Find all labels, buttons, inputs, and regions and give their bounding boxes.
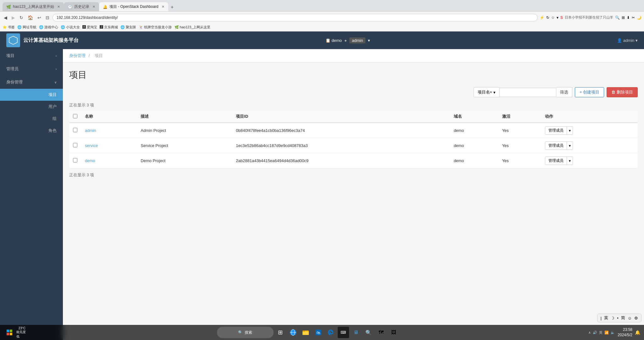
address-bar-input[interactable]: [53, 14, 538, 21]
rdp-icon[interactable]: 🖥: [350, 327, 362, 338]
bookmark-hao123[interactable]: 🌿 hao123_上网从这里: [175, 25, 211, 30]
sidebar-item-identity[interactable]: 身份管理 ∨: [0, 76, 63, 89]
search-bar[interactable]: 🔍 搜索: [217, 327, 274, 338]
bookmark-game[interactable]: 🌐 游戏中心: [39, 25, 58, 30]
admin-dropdown[interactable]: admin: [349, 37, 365, 43]
search-icon[interactable]: 🔍: [615, 15, 620, 20]
speaker-icon[interactable]: 🔊: [593, 331, 597, 335]
photo-icon[interactable]: 🖼: [388, 327, 399, 338]
row-action-cell[interactable]: 管理成员 ▾: [541, 138, 638, 153]
scissors-icon[interactable]: ✂: [632, 15, 635, 20]
extension-icon[interactable]: ⊞: [622, 15, 625, 20]
project-name-link[interactable]: demo: [85, 158, 95, 163]
project-name-link[interactable]: admin: [85, 128, 96, 133]
action-dropdown-button[interactable]: ▾: [567, 156, 573, 165]
ime-lang[interactable]: 英: [604, 315, 608, 321]
tab-hao123[interactable]: 🌿 hao123_上网从这里开始 ✕: [3, 2, 64, 11]
svg-rect-3: [10, 330, 12, 332]
volume-icon[interactable]: 🔈: [611, 331, 615, 335]
tab-history[interactable]: 🕐 历史记录 ✕: [64, 2, 99, 11]
col-header-active: 激活: [498, 110, 541, 123]
sogou-icon[interactable]: S: [560, 15, 563, 20]
sidebar-sub-item-groups[interactable]: 组: [0, 113, 63, 125]
ime-tray[interactable]: 英: [599, 330, 602, 335]
lightning-icon[interactable]: ⚡: [540, 15, 544, 20]
svg-marker-1: [11, 38, 15, 43]
sidebar-sub-item-roles[interactable]: 角色: [0, 125, 63, 137]
forward-button[interactable]: ▶: [10, 14, 16, 21]
bookmark-jd[interactable]: 🅹 京东商城: [100, 25, 118, 30]
sidebar-sub-item-projects[interactable]: 项目: [0, 89, 63, 101]
bookmark-taobao[interactable]: 🅰 爱淘宝: [82, 25, 97, 30]
edge-icon[interactable]: [325, 327, 336, 338]
action-dropdown-button[interactable]: ▾: [567, 141, 573, 150]
task-view-button[interactable]: ⊞: [275, 327, 286, 338]
tab-close-btn[interactable]: ✕: [162, 5, 164, 9]
tab-openstack[interactable]: 🔔 项目 - OpenStack Dashboard ✕: [99, 2, 168, 11]
breadcrumb-parent[interactable]: 身份管理: [69, 53, 86, 58]
file-explorer-icon[interactable]: [300, 327, 311, 338]
browser-taskbar-icon[interactable]: [287, 327, 299, 338]
back-history-button[interactable]: ↩: [36, 14, 42, 21]
ime-emoji[interactable]: ☺: [628, 316, 632, 320]
sogou-taskbar-icon[interactable]: 🔍: [363, 327, 374, 338]
tab-close-btn[interactable]: ✕: [57, 5, 60, 9]
sidebar-item-project[interactable]: 项目 ›: [0, 49, 63, 62]
download-icon[interactable]: ⬇: [627, 15, 630, 20]
terminal-icon[interactable]: ⌨: [338, 327, 349, 338]
demo-badge[interactable]: 📋 demo: [325, 38, 342, 43]
user-dropdown-arrow[interactable]: ▾: [636, 38, 638, 43]
back-button[interactable]: ◀: [3, 14, 8, 21]
manage-members-button[interactable]: 管理成员: [545, 141, 567, 150]
search-input[interactable]: [500, 88, 556, 97]
row-checkbox[interactable]: [73, 158, 77, 162]
sidebar-sub-item-users[interactable]: 用户: [0, 101, 63, 113]
home-button[interactable]: 🏠: [26, 14, 34, 21]
manage-members-button[interactable]: 管理成员: [545, 126, 567, 135]
bookmark-juhua[interactable]: 🌐 聚划算: [120, 25, 136, 30]
row-checkbox[interactable]: [73, 128, 77, 132]
refresh-icon[interactable]: ↻: [546, 15, 549, 20]
row-checkbox-cell[interactable]: [69, 153, 81, 168]
delete-project-button[interactable]: 🗑 删除项目: [607, 87, 638, 97]
dropdown-arrow[interactable]: ▾: [368, 38, 370, 43]
user-menu[interactable]: 👤 admin ▾: [617, 38, 638, 43]
theme-icon[interactable]: 🌙: [637, 15, 641, 20]
create-project-button[interactable]: + 创建项目: [575, 87, 604, 97]
select-all-header[interactable]: [69, 110, 81, 123]
row-checkbox-cell[interactable]: [69, 138, 81, 153]
date-label: 2024/5/2: [618, 332, 632, 338]
bookmark-item[interactable]: ⭐ 书签: [3, 25, 15, 30]
bookmark-netwww[interactable]: 🌐 网址导航: [17, 25, 36, 30]
row-checkbox[interactable]: [73, 143, 77, 147]
select-all-checkbox[interactable]: [73, 114, 77, 118]
ime-settings[interactable]: ⚙: [634, 316, 638, 320]
reload-button[interactable]: ↻: [18, 14, 25, 21]
clock[interactable]: 23:58 2024/5/2: [618, 327, 632, 338]
project-name-link[interactable]: service: [85, 143, 98, 148]
ime-simplified[interactable]: 简: [621, 315, 625, 321]
star-icon[interactable]: ☆: [551, 15, 555, 20]
sidebar-item-admin[interactable]: 管理员 ›: [0, 62, 63, 76]
row-action-cell[interactable]: 管理成员 ▾: [541, 123, 638, 138]
new-tab-button[interactable]: +: [168, 3, 176, 11]
filter-button[interactable]: 筛选: [556, 87, 572, 97]
action-dropdown-button[interactable]: ▾: [567, 126, 573, 135]
filter-select-button[interactable]: 项目名= ▾: [474, 87, 500, 97]
notification-icon[interactable]: 🔔: [635, 330, 640, 335]
weather-widget[interactable]: 23°C 能见度低: [16, 327, 28, 338]
history-dropdown[interactable]: ▾: [557, 15, 558, 20]
map-icon[interactable]: 🗺: [375, 327, 387, 338]
tab-grid-button[interactable]: ⊟: [44, 14, 51, 21]
tab-close-btn[interactable]: ✕: [92, 5, 95, 9]
up-arrow-icon[interactable]: ∧: [588, 331, 591, 335]
wifi-icon[interactable]: 📶: [604, 331, 609, 335]
row-checkbox-cell[interactable]: [69, 123, 81, 138]
bookmark-novel[interactable]: 🌐 小说大全: [61, 25, 80, 30]
start-button[interactable]: [4, 327, 15, 338]
store-icon[interactable]: 🛍: [313, 327, 324, 338]
row-action-cell[interactable]: 管理成员 ▾: [541, 153, 638, 168]
table-row: admin Admin Project 0b840f478fee4a1cb0ba…: [69, 123, 638, 138]
manage-members-button[interactable]: 管理成员: [545, 156, 567, 165]
bookmark-card[interactable]: 🃏 纸牌空当接龙小游: [139, 25, 172, 30]
